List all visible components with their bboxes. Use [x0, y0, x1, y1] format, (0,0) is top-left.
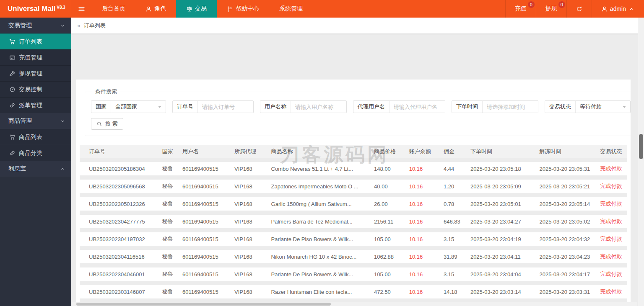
- sidebar-item-派单管理[interactable]: 派单管理: [0, 97, 71, 113]
- sidebar-item-商品列表[interactable]: 商品列表: [0, 129, 71, 145]
- filter-input[interactable]: [291, 101, 346, 113]
- sidebar-group-label: 商品管理: [8, 117, 32, 125]
- cell-order_time: 2025-03-20 23:05:01: [468, 197, 537, 211]
- sidebar-item-提现管理[interactable]: 提现管理: [0, 65, 71, 81]
- content-area: » 订单列表 条件搜索 国家全部国家订单号用户名称代理用户名下单时间交易状态等待…: [71, 18, 644, 306]
- top-menu-item-label: 系统管理: [279, 5, 303, 13]
- cell-unfreeze_time: 2025-03-20 23:04:32: [537, 232, 597, 246]
- sidebar-group-商品管理[interactable]: 商品管理: [0, 113, 71, 129]
- notification-badge: 0: [528, 1, 535, 8]
- cell-unfreeze_time: 2025-03-20 23:04:23: [537, 250, 597, 263]
- order-list-panel: 条件搜索 国家全部国家订单号用户名称代理用户名下单时间交易状态等待付款 搜 索 …: [76, 80, 631, 302]
- cell-agent: VIP168: [232, 285, 269, 298]
- cell-balance: 10.16: [407, 215, 441, 228]
- orders-table-wrap: 刀客源码网 订单号国家用户名所属代理商品名称商品价格账户余额佣金下单时间解冻时间…: [80, 145, 627, 302]
- filter-group-用户名称: 用户名称: [260, 100, 347, 113]
- cell-agent: VIP168: [232, 197, 269, 211]
- breadcrumb-label: 订单列表: [84, 22, 106, 29]
- filter-input[interactable]: [390, 101, 445, 113]
- top-menu-item[interactable]: 系统管理: [269, 0, 313, 18]
- cell-commission: 0.78: [441, 197, 468, 211]
- menu-icon: [78, 5, 85, 13]
- cell-agent: VIP168: [232, 215, 269, 228]
- cell-order_no: UB2503202305012326: [80, 197, 160, 211]
- filter-input[interactable]: [483, 101, 538, 113]
- cell-agent: VIP168: [232, 180, 269, 193]
- filter-label: 代理用户名: [353, 101, 390, 113]
- vertical-scrollbar-thumb[interactable]: [639, 134, 643, 159]
- top-menu-item[interactable]: 交易: [176, 0, 217, 18]
- top-menu-item[interactable]: 帮助中心: [217, 0, 269, 18]
- col-price: 商品价格: [371, 145, 407, 158]
- cell-username: 601169400515: [180, 232, 232, 246]
- cell-country: 秘鲁: [160, 180, 180, 193]
- sidebar-item-订单列表[interactable]: 订单列表: [0, 33, 71, 49]
- top-menu-item[interactable]: 角色: [135, 0, 176, 18]
- cell-username: 601169400515: [180, 250, 232, 263]
- sidebar-group-利息宝[interactable]: 利息宝: [0, 161, 71, 177]
- cell-product: Zapatones Impermeables Moto O ...: [269, 180, 372, 193]
- cell-country: 秘鲁: [160, 215, 180, 228]
- sidebar-toggle[interactable]: [71, 0, 92, 18]
- cell-status: 完成付款: [597, 232, 627, 246]
- cell-order_no: UB2503202303146807: [80, 285, 160, 298]
- filter-label: 订单号: [173, 101, 198, 113]
- cell-product: Parlante De Piso Bowers & Wilk...: [269, 232, 372, 246]
- cell-order_time: 2025-03-20 23:05:18: [468, 162, 537, 175]
- table-row: UB2503202304197032秘鲁601169400515VIP168Pa…: [80, 232, 627, 246]
- chevron-down-icon: [623, 106, 626, 108]
- cell-order_no: UB2503202304197032: [80, 232, 160, 246]
- sidebar-item-交易控制[interactable]: 交易控制: [0, 81, 71, 97]
- sidebar-item-label: 交易控制: [19, 86, 42, 93]
- filter-label: 国家: [91, 101, 111, 113]
- app-logo-text: Universal Mall: [8, 5, 55, 13]
- vertical-scrollbar[interactable]: [638, 18, 644, 306]
- filter-group-下单时间: 下单时间: [452, 100, 538, 113]
- topbar-action[interactable]: 0提现: [536, 0, 566, 18]
- refresh-button[interactable]: [567, 0, 592, 18]
- cell-status: 完成付款: [597, 162, 627, 175]
- user-icon: [601, 6, 608, 12]
- table-header-row: 订单号国家用户名所属代理商品名称商品价格账户余额佣金下单时间解冻时间交易状态: [80, 145, 627, 158]
- main-layout: 交易管理订单列表充值管理提现管理交易控制派单管理商品管理商品列表商品分类利息宝 …: [0, 18, 644, 306]
- cell-order_no: UB2503202304046001: [80, 267, 160, 281]
- cell-commission: 3.15: [441, 232, 468, 246]
- search-button[interactable]: 搜 索: [91, 118, 123, 130]
- topbar-spacer: [313, 0, 505, 18]
- user-menu[interactable]: admin: [592, 0, 644, 18]
- topbar-action[interactable]: 0充值: [506, 0, 536, 18]
- cell-status: 完成付款: [597, 267, 627, 281]
- cell-status: 完成付款: [597, 180, 627, 193]
- filter-input[interactable]: [198, 101, 253, 113]
- cell-price: 40.00: [371, 180, 407, 193]
- cell-country: 秘鲁: [160, 197, 180, 211]
- cell-commission: 31.89: [441, 250, 468, 263]
- sidebar-group-交易管理[interactable]: 交易管理: [0, 18, 71, 33]
- sidebar-item-label: 充值管理: [19, 54, 42, 62]
- search-row: 搜 索: [91, 118, 631, 130]
- cell-product: Palmers Barra de Tez Medicinal...: [269, 215, 372, 228]
- col-unfreeze_time: 解冻时间: [537, 145, 597, 158]
- cell-balance: 10.16: [407, 180, 441, 193]
- col-balance: 账户余额: [407, 145, 441, 158]
- cell-balance: 10.16: [407, 267, 441, 281]
- filter-label: 用户名称: [260, 101, 291, 113]
- cell-order_time: 2025-03-20 23:04:19: [468, 232, 537, 246]
- cell-country: 秘鲁: [160, 232, 180, 246]
- topbar: Universal Mall V8.3 后台首页角色交易帮助中心系统管理 0充值…: [0, 0, 644, 18]
- top-menu-item[interactable]: 后台首页: [92, 0, 135, 18]
- chevron-up-icon: [60, 166, 65, 172]
- cell-status: 完成付款: [597, 285, 627, 298]
- card-icon: [9, 54, 16, 61]
- filter-select[interactable]: 全部国家: [111, 103, 166, 111]
- horizontal-scrollbar[interactable]: [72, 302, 637, 306]
- horizontal-scrollbar-thumb[interactable]: [76, 303, 331, 306]
- table-row: UB2503202305096568秘鲁601169400515VIP168Za…: [80, 180, 627, 193]
- cell-username: 601169400515: [180, 267, 232, 281]
- cell-status: 完成付款: [597, 250, 627, 263]
- sidebar-item-label: 提现管理: [19, 70, 42, 77]
- sidebar-item-label: 订单列表: [19, 38, 42, 46]
- filter-select[interactable]: 等待付款: [576, 103, 630, 111]
- sidebar-item-商品分类[interactable]: 商品分类: [0, 145, 71, 161]
- sidebar-item-充值管理[interactable]: 充值管理: [0, 49, 71, 65]
